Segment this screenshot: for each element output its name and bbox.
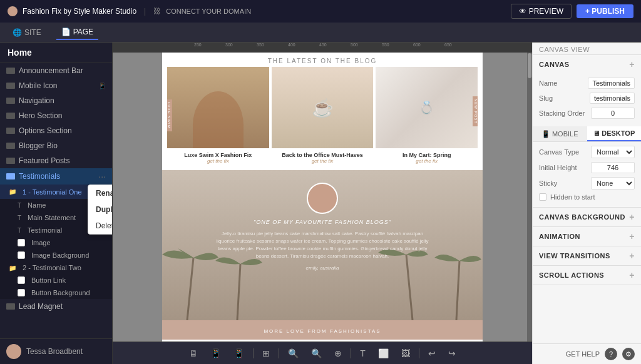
device-tab-desktop[interactable]: 🖥 DESKTOP — [587, 126, 642, 141]
checkbox-icon[interactable] — [18, 251, 25, 259]
slug-row: Slug testimonials — [539, 93, 635, 104]
tab-site[interactable]: 🌐 SITE — [8, 26, 46, 39]
sidebar-item-label: Blogger Bio — [19, 141, 58, 150]
name-value[interactable]: Testimonials — [588, 78, 635, 89]
desktop-view-btn[interactable]: 🖥 — [185, 346, 202, 361]
shape-tool-btn[interactable]: ⬜ — [374, 346, 392, 361]
image-tool-btn[interactable]: 🖼 — [397, 346, 414, 361]
scroll-thumb[interactable] — [528, 53, 531, 78]
help-button[interactable]: ? — [605, 348, 617, 360]
slug-label: Slug — [539, 94, 553, 102]
sidebar: Home Announcement Bar Mobile Icon 📱 Navi… — [0, 43, 113, 364]
blog-card-link-1[interactable]: get the fix — [170, 158, 267, 164]
zoom-in-btn[interactable]: 🔍 — [307, 346, 326, 361]
panel-bottom: GET HELP ? ⚙ — [533, 343, 641, 364]
tablet-view-btn[interactable]: 📱 — [207, 346, 225, 361]
sidebar-item-icon — [6, 128, 15, 134]
animation-title: ANIMATION — [539, 233, 580, 240]
view-transitions-header[interactable]: VIEW TRANSITIONS + — [533, 246, 641, 265]
preview-button[interactable]: 👁 PREVIEW — [511, 4, 572, 19]
checkbox-icon[interactable] — [18, 239, 25, 246]
blog-card-title-3: In My Cart: Spring — [378, 152, 475, 158]
sidebar-item-mobile-icon[interactable]: Mobile Icon 📱 — [0, 78, 112, 93]
hidden-row: Hidden to start — [539, 193, 635, 201]
text-tool-btn[interactable]: T — [356, 346, 369, 361]
sidebar-item-testimonial-two[interactable]: 📁 2 - Testimonial Two — [0, 261, 112, 274]
blog-card-1[interactable]: LUXE SWIM Luxe Swim X Fashion Fix get th… — [167, 67, 269, 165]
zoom-fit-btn[interactable]: ⊕ — [331, 346, 346, 361]
sub-item-label: Image — [31, 239, 51, 246]
sidebar-item-options-section[interactable]: Options Section — [0, 123, 112, 138]
scroll-actions-section: SCROLL ACTIONS + — [533, 266, 641, 285]
context-menu-duplicate[interactable]: Duplicate — [88, 201, 112, 218]
main-layout: Home Announcement Bar Mobile Icon 📱 Navi… — [0, 43, 641, 364]
device-tab-mobile[interactable]: 📱 MOBILE — [533, 126, 587, 141]
canvas-background-header[interactable]: CANVAS BACKGROUND + — [533, 208, 641, 226]
blog-card-link-2[interactable]: get the fix — [274, 158, 371, 164]
initial-height-row: Initial Height 746 — [539, 162, 635, 173]
sidebar-sub-image[interactable]: Image — [0, 236, 112, 249]
connect-domain-link[interactable]: CONNECT YOUR DOMAIN — [166, 8, 251, 15]
redo-btn[interactable]: ↪ — [444, 346, 459, 361]
grid-btn[interactable]: ⊞ — [259, 346, 274, 361]
tab-page[interactable]: 📄 PAGE — [56, 25, 98, 40]
canvas-type-select[interactable]: Normal — [591, 146, 635, 158]
zoom-out-btn[interactable]: 🔍 — [284, 346, 302, 361]
sticky-row: Sticky None — [539, 177, 635, 190]
desktop-icon: 🖥 — [593, 129, 600, 137]
settings-button[interactable]: ⚙ — [622, 348, 635, 360]
sidebar-item-navigation[interactable]: Navigation — [0, 93, 112, 108]
context-menu-delete[interactable]: Delete — [88, 218, 112, 234]
sidebar-sub-image-background[interactable]: Image Background — [0, 249, 112, 261]
testimonial-one-label: 1 - Testimonial One — [23, 188, 82, 196]
stacking-label: Stacking Order — [539, 109, 585, 117]
sidebar-sub-button-link[interactable]: Button Link — [0, 274, 112, 286]
chain-icon: ⛓ — [153, 7, 161, 16]
name-label: Name — [539, 79, 557, 87]
canvas-settings-body: Canvas Type Normal Initial Height 746 St… — [533, 142, 641, 207]
undo-btn[interactable]: ↩ — [424, 346, 439, 361]
sidebar-item-testimonials[interactable]: Testimonials ··· — [0, 168, 112, 185]
toolbar-sep-4 — [419, 348, 419, 358]
sidebar-item-blogger-bio[interactable]: Blogger Bio — [0, 138, 112, 153]
sidebar-item-label: Featured Posts — [19, 156, 69, 165]
stacking-row: Stacking Order 0 — [539, 108, 635, 119]
publish-button[interactable]: + PUBLISH — [577, 4, 633, 18]
sidebar-item-announcement-bar[interactable]: Announcement Bar — [0, 63, 112, 78]
stacking-value[interactable]: 0 — [591, 108, 635, 119]
mobile-view-btn[interactable]: 📱 — [230, 346, 248, 361]
sidebar-item-label: Navigation — [19, 96, 54, 105]
page-preview[interactable]: THE LATEST ON THE BLOG LUXE SWIM Luxe Sw… — [162, 53, 483, 341]
sidebar-item-featured-posts[interactable]: Featured Posts — [0, 153, 112, 168]
sidebar-item-lead-magnet[interactable]: Lead Magnet — [0, 299, 112, 314]
sidebar-item-icon — [6, 113, 15, 119]
slug-value[interactable]: testimonials — [590, 93, 635, 104]
globe-icon: 🌐 — [13, 28, 22, 37]
blog-card-image-1: LUXE SWIM — [167, 67, 269, 148]
sub-item-label: Button Background — [31, 289, 90, 296]
blog-card-image-3: NEW POST 💍 — [376, 67, 478, 148]
sticky-select[interactable]: None — [591, 177, 635, 190]
checkbox-icon[interactable] — [18, 276, 25, 284]
blog-card-3[interactable]: NEW POST 💍 In My Cart: Spring get the fi… — [376, 67, 478, 165]
canvas-scrollbar[interactable] — [527, 53, 532, 341]
animation-header[interactable]: ANIMATION + — [533, 227, 641, 246]
sidebar-item-icon — [6, 303, 15, 310]
context-menu-rename[interactable]: Rename — [88, 185, 112, 201]
initial-height-value[interactable]: 746 — [591, 162, 635, 173]
toolbar-sep-2 — [279, 348, 279, 358]
scroll-actions-header[interactable]: SCROLL ACTIONS + — [533, 266, 641, 285]
cta-strip[interactable]: MORE LOVE FROM FASHIONISTAS — [162, 320, 483, 340]
scroll-actions-title: SCROLL ACTIONS — [539, 271, 604, 279]
checkbox-icon[interactable] — [18, 289, 25, 296]
more-options-icon[interactable]: ··· — [98, 171, 106, 181]
testimonial-author: emily, australia — [175, 265, 470, 271]
topbar-left: Fashion Fix by Style Maker Studio | ⛓ CO… — [8, 6, 251, 16]
blog-card-link-3[interactable]: get the fix — [378, 158, 475, 164]
desktop-tab-label: DESKTOP — [602, 129, 635, 137]
hidden-checkbox[interactable] — [539, 193, 546, 201]
canvas-section-header[interactable]: CANVAS + — [533, 55, 641, 74]
sidebar-sub-button-background[interactable]: Button Background — [0, 286, 112, 299]
blog-card-2[interactable]: ☕ Back to the Office Must-Haves get the … — [272, 67, 374, 165]
sidebar-item-hero-section[interactable]: Hero Section — [0, 108, 112, 123]
